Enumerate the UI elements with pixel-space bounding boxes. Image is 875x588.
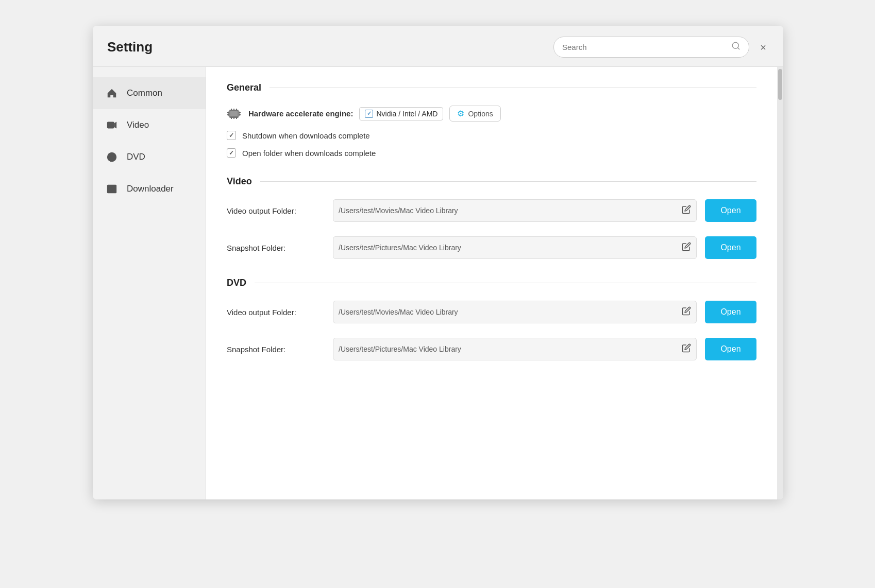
video-output-label: Video output Folder: [227, 206, 325, 215]
svg-rect-2 [107, 122, 114, 129]
window-title: Setting [107, 39, 153, 55]
hw-engine-row: Hardware accelerate engine: Nvidia / Int… [227, 106, 756, 122]
svg-rect-11 [231, 109, 232, 110]
dvd-section: DVD Video output Folder: /Users/test/Mov… [227, 278, 756, 360]
sidebar-label-dvd: DVD [127, 152, 145, 162]
play-icon [105, 182, 119, 196]
svg-rect-14 [231, 117, 232, 119]
body: Common Video DVD Downloader [93, 67, 783, 499]
svg-rect-13 [236, 109, 237, 110]
dvd-output-label: Video output Folder: [227, 308, 325, 317]
video-output-edit-icon[interactable] [682, 205, 691, 216]
dvd-section-header: DVD [227, 278, 756, 288]
dvd-snapshot-label: Snapshot Folder: [227, 345, 325, 354]
dvd-title: DVD [227, 278, 246, 288]
svg-rect-15 [233, 117, 234, 119]
svg-rect-20 [239, 114, 241, 115]
video-snapshot-folder-row: Snapshot Folder: /Users/test/Pictures/Ma… [227, 236, 756, 259]
dvd-snapshot-edit-icon[interactable] [682, 343, 691, 355]
dvd-output-folder-row: Video output Folder: /Users/test/Movies/… [227, 301, 756, 323]
header-right: × [553, 37, 769, 58]
video-output-path: /Users/test/Movies/Mac Video Library [339, 206, 678, 215]
general-title: General [227, 82, 261, 93]
sidebar-label-video: Video [127, 120, 149, 130]
open-folder-checkbox[interactable] [227, 148, 236, 158]
video-snapshot-open-button[interactable]: Open [705, 236, 756, 259]
dvd-divider [255, 283, 756, 283]
main-content: General [206, 67, 777, 499]
options-button[interactable]: ⚙ Options [449, 106, 500, 122]
svg-rect-19 [239, 112, 241, 113]
shutdown-checkbox[interactable] [227, 131, 236, 140]
scrollbar-track[interactable] [777, 67, 783, 499]
dvd-snapshot-folder-row: Snapshot Folder: /Users/test/Pictures/Ma… [227, 338, 756, 360]
dvd-snapshot-input-wrap: /Users/test/Pictures/Mac Video Library [333, 338, 697, 360]
shutdown-label: Shutdown when downloads complete [242, 131, 370, 140]
video-snapshot-path: /Users/test/Pictures/Mac Video Library [339, 244, 678, 252]
sidebar-label-downloader: Downloader [127, 184, 174, 194]
svg-rect-12 [233, 109, 234, 110]
video-output-open-button[interactable]: Open [705, 199, 756, 222]
video-icon [105, 118, 119, 132]
svg-rect-10 [230, 111, 238, 116]
sidebar-item-dvd[interactable]: DVD [93, 141, 206, 173]
search-input[interactable] [562, 43, 726, 51]
scrollbar-thumb[interactable] [778, 69, 782, 100]
svg-rect-18 [227, 114, 229, 115]
dvd-output-edit-icon[interactable] [682, 306, 691, 318]
video-snapshot-label: Snapshot Folder: [227, 244, 325, 252]
nvidia-badge: Nvidia / Intel / AMD [359, 107, 443, 120]
svg-rect-17 [227, 112, 229, 113]
gear-icon: ⚙ [457, 109, 464, 118]
video-section: Video Video output Folder: /Users/test/M… [227, 176, 756, 259]
sidebar-item-common[interactable]: Common [93, 77, 206, 109]
search-icon [731, 41, 741, 53]
dvd-output-path: /Users/test/Movies/Mac Video Library [339, 308, 678, 316]
video-divider [260, 181, 756, 182]
home-icon [105, 87, 119, 100]
open-folder-row: Open folder when downloads complete [227, 148, 756, 158]
dvd-snapshot-open-button[interactable]: Open [705, 338, 756, 360]
hw-engine-label: Hardware accelerate engine: [248, 109, 353, 118]
dvd-output-input-wrap: /Users/test/Movies/Mac Video Library [333, 301, 697, 323]
general-divider [270, 88, 756, 88]
header: Setting × [93, 26, 783, 67]
sidebar-item-downloader[interactable]: Downloader [93, 173, 206, 205]
hw-value: Nvidia / Intel / AMD [376, 110, 438, 118]
options-label: Options [468, 110, 493, 118]
dvd-snapshot-path: /Users/test/Pictures/Mac Video Library [339, 345, 678, 353]
sidebar-item-video[interactable]: Video [93, 109, 206, 141]
video-output-input-wrap: /Users/test/Movies/Mac Video Library [333, 199, 697, 222]
sidebar: Common Video DVD Downloader [93, 67, 206, 499]
hw-checkbox[interactable] [365, 110, 373, 118]
general-section-header: General [227, 82, 756, 93]
dvd-output-open-button[interactable]: Open [705, 301, 756, 323]
video-title: Video [227, 176, 252, 187]
video-snapshot-input-wrap: /Users/test/Pictures/Mac Video Library [333, 236, 697, 259]
svg-point-5 [110, 155, 113, 159]
video-snapshot-edit-icon[interactable] [682, 242, 691, 253]
settings-window: Setting × Common [93, 26, 783, 499]
shutdown-row: Shutdown when downloads complete [227, 131, 756, 140]
sidebar-label-common: Common [127, 88, 162, 98]
open-folder-label: Open folder when downloads complete [242, 149, 376, 158]
svg-rect-16 [236, 117, 237, 119]
search-bar[interactable] [553, 37, 749, 58]
close-button[interactable]: × [758, 42, 769, 53]
hw-chip-icon [227, 108, 241, 119]
general-section: General [227, 82, 756, 158]
disc-icon [105, 150, 119, 164]
video-output-folder-row: Video output Folder: /Users/test/Movies/… [227, 199, 756, 222]
video-section-header: Video [227, 176, 756, 187]
svg-line-1 [737, 47, 739, 49]
svg-marker-3 [114, 122, 117, 129]
